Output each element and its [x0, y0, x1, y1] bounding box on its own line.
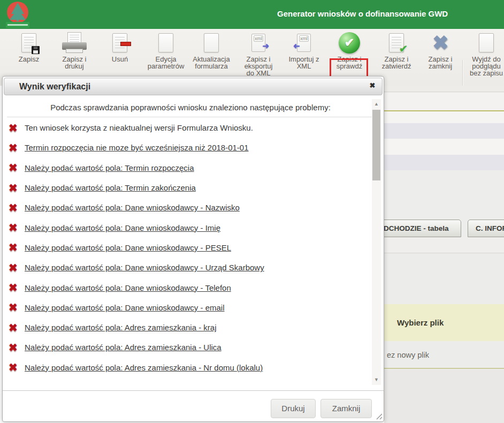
error-link[interactable]: Należy podać wartość pola: Termin zakońc… [25, 183, 196, 192]
list-item: ✖ Należy podać wartość pola: Dane wniosk… [4, 258, 383, 277]
list-item: ✖ Należy podać wartość pola: Termin zako… [4, 178, 383, 198]
list-item: ✖ Należy podać wartość pola: Dane wniosk… [4, 238, 383, 258]
error-x-icon: ✖ [9, 282, 25, 293]
print-icon [52, 31, 97, 55]
tab-c-informacje[interactable]: C. INFOR [468, 220, 504, 237]
error-x-icon: ✖ [9, 302, 25, 313]
list-item: ✖ Należy podać wartość pola: Adres zamie… [4, 318, 383, 337]
error-list: ✖ Ten wniosek korzysta z nieaktualnej we… [4, 118, 383, 377]
xml-export-icon: xml ➜ [236, 31, 281, 55]
error-link[interactable]: Należy podać wartość pola: Dane wnioskod… [25, 223, 220, 232]
arrow-left-icon: ➜ [293, 42, 300, 50]
list-item: ✖ Należy podać wartość pola: Dane wniosk… [4, 198, 383, 217]
app-logo-icon [4, 1, 31, 29]
scrollbar[interactable]: ▲ ▼ [372, 99, 381, 385]
error-link[interactable]: Należy podać wartość pola: Adres zamiesz… [25, 323, 217, 332]
error-link[interactable]: Należy podać wartość pola: Adres zamiesz… [25, 363, 263, 372]
delete-document-icon [97, 31, 142, 55]
error-x-icon: ✖ [9, 123, 25, 133]
error-link[interactable]: Należy podać wartość pola: Dane wnioskod… [25, 203, 240, 212]
check-circle-icon: ✔ [327, 31, 372, 55]
app-window: Generator wniosków o dofinansowanie GWD … [0, 0, 504, 423]
document-icon [143, 31, 188, 55]
file-note-text: ez nowy plik [387, 351, 429, 359]
scroll-down-icon[interactable]: ▼ [372, 375, 381, 384]
error-x-icon: ✖ [9, 142, 25, 153]
error-x-icon: ✖ [9, 183, 25, 193]
list-item: ✖ Termin rozpoczęcia nie moze być wcześn… [4, 138, 383, 157]
divider [7, 117, 378, 117]
list-item: ✖ Należy podać wartość pola: Adres zamie… [4, 337, 383, 357]
error-x-icon: ✖ [9, 162, 25, 173]
error-x-icon: ✖ [9, 202, 25, 213]
form-row [384, 155, 504, 170]
document-check-icon: ✔ [374, 31, 419, 55]
app-title: Generator wniosków o dofinansowanie GWD [277, 9, 448, 18]
close-x-icon: ✖ [418, 31, 463, 55]
list-item: ✖ Ten wniosek korzysta z nieaktualnej we… [4, 118, 383, 138]
close-icon[interactable]: ✖ [368, 81, 377, 90]
save-document-icon [6, 31, 51, 55]
error-x-icon: ✖ [9, 322, 25, 333]
document-icon [465, 31, 504, 55]
document-icon [189, 31, 234, 55]
error-list-viewport: Podczas sprawdzania poprawności wniosku … [4, 99, 383, 385]
close-dialog-button[interactable]: Zamknij [320, 399, 372, 418]
toolbar-button-zapisz-i-zamknij[interactable]: ✖ Zapisz i zamknij [418, 31, 463, 85]
resize-grip[interactable] [375, 412, 383, 420]
error-x-icon: ✖ [9, 362, 25, 373]
list-item: ✖ Należy podać wartość pola: Dane wniosk… [4, 217, 383, 237]
error-link[interactable]: Termin rozpoczęcia nie moze być wcześnie… [25, 143, 249, 152]
dialog-intro-text: Podczas sprawdzania poprawności wniosku … [4, 99, 383, 112]
divider [3, 390, 384, 391]
list-item: ✖ Należy podać wartość pola: Dane wniosk… [4, 298, 383, 318]
error-link[interactable]: Należy podać wartość pola: Dane wnioskod… [25, 303, 225, 312]
form-background: DCHODZIE - tabela C. INFOR Wybierz plik … [384, 86, 504, 423]
toolbar-button-wyjdz-do-podgladu[interactable]: Wyjdź do podglądu bez zapisu [465, 31, 504, 85]
error-link[interactable]: Należy podać wartość pola: Adres zamiesz… [25, 343, 222, 352]
error-link[interactable]: Należy podać wartość pola: Termin rozpoc… [25, 163, 194, 172]
error-x-icon: ✖ [9, 222, 25, 233]
error-x-icon: ✖ [9, 342, 25, 353]
app-header: Generator wniosków o dofinansowanie GWD [0, 0, 504, 29]
xml-import-icon: xml ➜ [281, 31, 326, 55]
list-item: ✖ Należy podać wartość pola: Dane wniosk… [4, 277, 383, 297]
choose-file-button[interactable]: Wybierz plik [397, 304, 444, 341]
error-x-icon: ✖ [9, 242, 25, 253]
tab-dochodzie-tabela[interactable]: DCHODZIE - tabela [384, 220, 461, 237]
error-link[interactable]: Należy podać wartość pola: Dane wnioskod… [25, 243, 231, 252]
dialog-titlebar[interactable]: Wynik weryfikacji [4, 78, 383, 95]
error-text: Ten wniosek korzysta z nieaktualnej wers… [25, 123, 253, 132]
error-x-icon: ✖ [9, 262, 25, 273]
verification-result-dialog: Wynik weryfikacji ✖ Podczas sprawdzania … [2, 76, 384, 422]
arrow-right-icon: ➜ [262, 42, 269, 50]
scrollbar-thumb[interactable] [372, 110, 380, 180]
error-link[interactable]: Należy podać wartość pola: Dane wnioskod… [25, 263, 264, 272]
scroll-up-icon[interactable]: ▲ [372, 100, 381, 109]
form-row [384, 123, 504, 139]
list-item: ✖ Należy podać wartość pola: Adres zamie… [4, 358, 383, 377]
list-item: ✖ Należy podać wartość pola: Termin rozp… [4, 158, 383, 178]
print-button[interactable]: Drukuj [271, 399, 316, 418]
error-link[interactable]: Należy podać wartość pola: Dane wnioskod… [25, 283, 231, 292]
